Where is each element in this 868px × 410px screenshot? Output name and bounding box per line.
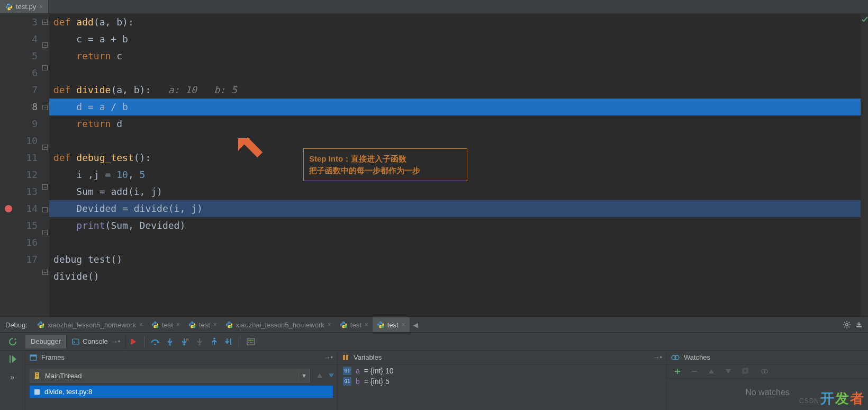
debug-session-tab[interactable]: test×	[336, 317, 373, 332]
evaluate-expression-button[interactable]	[243, 334, 258, 349]
frames-panel: Frames →• MainThread ▼	[25, 351, 338, 410]
variables-icon	[342, 354, 349, 361]
copy-watch-button[interactable]	[738, 364, 753, 379]
debug-session-bar: Debug: xiaozhai_lesson5_homework×test×te…	[0, 317, 868, 333]
debug-session-tab[interactable]: xiaozhai_lesson5_homework×	[33, 317, 147, 332]
watch-down-button[interactable]	[721, 364, 736, 379]
svg-rect-22	[169, 344, 171, 345]
run-to-cursor-button[interactable]	[222, 334, 237, 349]
close-session-icon[interactable]: ×	[328, 321, 331, 328]
svg-rect-35	[30, 355, 37, 356]
resume-button[interactable]	[5, 352, 20, 367]
variable-row[interactable]: 01a = {int} 10	[338, 366, 666, 376]
svg-point-4	[41, 325, 44, 328]
svg-point-7	[230, 325, 232, 328]
debug-session-tab[interactable]: test×	[147, 317, 184, 332]
svg-line-18	[849, 322, 850, 323]
debugger-tab[interactable]: Debugger	[25, 335, 67, 349]
watches-panel: Watches No watches	[667, 351, 868, 410]
step-into-my-code-button[interactable]: M	[177, 334, 192, 349]
code-editor[interactable]: 345 678 91011 121314 151617 def add(a, b…	[0, 14, 868, 317]
variable-type-icon: 01	[343, 367, 351, 375]
variable-row[interactable]: 01b = {int} 5	[338, 376, 666, 387]
run-controls: »	[0, 351, 25, 410]
stack-frame[interactable]: divide, test.py:8	[30, 386, 333, 398]
step-out-button[interactable]	[207, 334, 222, 349]
frames-icon	[30, 354, 37, 361]
svg-rect-25	[198, 344, 201, 345]
close-session-icon[interactable]: ×	[139, 321, 143, 328]
svg-point-0	[7, 4, 8, 4]
svg-rect-30	[248, 342, 249, 343]
variables-panel: Variables →• 01a = {int} 1001b = {int} 5	[338, 351, 667, 410]
show-execution-point-button[interactable]	[126, 334, 141, 349]
step-over-button[interactable]	[148, 334, 162, 349]
add-watch-button[interactable]	[670, 364, 685, 379]
restore-layout-icon[interactable]: →•	[653, 353, 662, 361]
close-session-icon[interactable]: ×	[213, 321, 217, 328]
svg-rect-24	[183, 344, 185, 345]
paused-line: Devided = divide(i, j)	[49, 200, 861, 217]
svg-rect-31	[250, 342, 251, 343]
scroll-left-icon[interactable]: ◀	[410, 321, 421, 329]
svg-text:M: M	[186, 338, 188, 342]
show-watches-in-vars-button[interactable]	[757, 364, 772, 379]
close-tab-icon[interactable]: ×	[39, 3, 43, 11]
remove-watch-button[interactable]	[687, 364, 702, 379]
svg-rect-40	[34, 389, 40, 395]
rerun-button[interactable]	[5, 334, 20, 349]
svg-rect-41	[343, 355, 345, 360]
more-button[interactable]: »	[5, 370, 20, 385]
debug-session-tab[interactable]: xiaozhai_lesson5_homework×	[221, 317, 336, 332]
annotation-box: Step Into：直接进入子函数 把子函数中的每一步都作为一步	[303, 148, 467, 181]
svg-point-5	[156, 325, 158, 328]
close-session-icon[interactable]: ×	[365, 321, 368, 328]
hide-panel-icon[interactable]	[855, 321, 863, 328]
close-session-icon[interactable]: ×	[176, 321, 180, 328]
svg-point-48	[764, 369, 768, 373]
force-step-into-button[interactable]	[192, 334, 207, 349]
debug-session-tab[interactable]: test×	[184, 317, 221, 332]
prev-frame-button[interactable]	[314, 370, 326, 381]
watch-up-button[interactable]	[704, 364, 719, 379]
svg-rect-26	[213, 338, 215, 339]
editor-tab[interactable]: test.py ×	[0, 0, 49, 13]
svg-line-16	[849, 327, 850, 328]
breakpoint-icon[interactable]	[5, 205, 12, 212]
svg-rect-29	[248, 340, 254, 341]
frames-title: Frames	[41, 353, 65, 361]
svg-rect-39	[36, 377, 38, 377]
svg-rect-32	[251, 342, 252, 343]
code-area[interactable]: def add(a, b): c = a + b return c def di…	[49, 14, 861, 317]
restore-layout-icon[interactable]: →•	[323, 353, 333, 361]
no-watches-label: No watches	[667, 378, 868, 407]
variable-type-icon: 01	[343, 377, 351, 386]
svg-point-9	[381, 325, 384, 328]
console-tab[interactable]: Console →•	[67, 335, 126, 349]
fold-gutter[interactable]	[42, 14, 49, 317]
svg-rect-28	[247, 338, 255, 345]
step-into-button[interactable]	[162, 334, 177, 349]
debug-panels: » Frames →• MainThread ▼	[0, 351, 868, 410]
svg-point-8	[344, 325, 347, 328]
svg-point-6	[193, 325, 195, 328]
debug-toolbar: Debugger Console →• M	[0, 333, 868, 351]
execution-line: d = a / b	[49, 99, 861, 115]
inspection-strip[interactable]	[861, 14, 868, 317]
svg-rect-42	[346, 355, 348, 360]
thread-selector[interactable]: MainThread ▼	[30, 369, 310, 382]
svg-rect-19	[856, 326, 862, 327]
breakpoint-gutter[interactable]	[0, 14, 17, 317]
inspection-ok-icon	[861, 16, 868, 24]
thread-dropdown-icon[interactable]: ▼	[299, 372, 309, 379]
editor-tab-title: test.py	[16, 3, 36, 11]
thread-icon	[33, 372, 41, 379]
watches-icon	[671, 354, 680, 361]
debug-session-tab[interactable]: test×	[373, 317, 410, 332]
variables-title: Variables	[354, 353, 382, 361]
settings-icon[interactable]	[843, 320, 851, 329]
next-frame-button[interactable]	[326, 370, 337, 381]
close-session-icon[interactable]: ×	[402, 321, 405, 328]
editor-tabbar: test.py ×	[0, 0, 868, 14]
line-number-gutter: 345 678 91011 121314 151617	[17, 14, 42, 317]
